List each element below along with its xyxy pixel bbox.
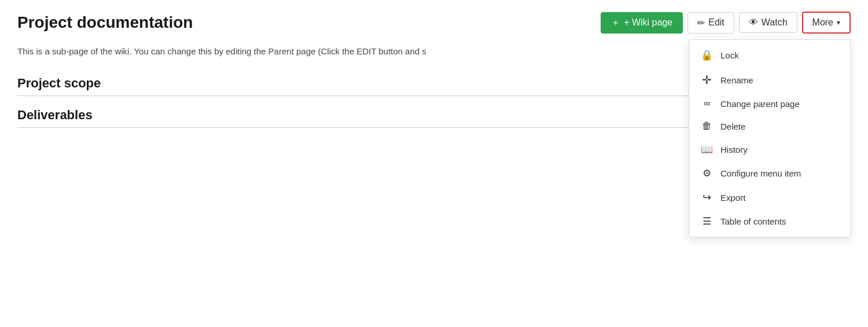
dropdown-item-toc[interactable]: ☰ Table of contents [689, 210, 850, 233]
more-button[interactable]: More ▾ [802, 12, 851, 34]
watch-button[interactable]: 👁 Watch [739, 12, 797, 33]
change-parent-icon: ∞ [701, 98, 712, 109]
plus-icon: ＋ [611, 17, 620, 29]
history-icon: 📖 [701, 144, 712, 156]
eye-icon: 👁 [749, 17, 758, 28]
edit-button[interactable]: ✏ Edit [687, 12, 734, 34]
dropdown-label-configure: Configure menu item [720, 168, 801, 178]
pencil-icon: ✏ [697, 17, 705, 28]
toolbar: ＋ + Wiki page ✏ Edit 👁 Watch More ▾ [601, 12, 851, 34]
wiki-page-button[interactable]: ＋ + Wiki page [601, 12, 683, 34]
page-container: Project documentation ＋ + Wiki page ✏ Ed… [0, 0, 868, 151]
header-row: Project documentation ＋ + Wiki page ✏ Ed… [17, 12, 851, 34]
more-label: More [812, 17, 833, 28]
export-icon: ↪ [701, 191, 712, 204]
dropdown-item-history[interactable]: 📖 History [689, 138, 850, 161]
dropdown-label-history: History [720, 145, 748, 155]
rename-icon: ✛ [701, 73, 712, 87]
more-dropdown-menu: 🔒 Lock ✛ Rename ∞ Change parent page 🗑 D… [689, 39, 851, 237]
dropdown-item-change-parent[interactable]: ∞ Change parent page [689, 93, 850, 115]
dropdown-item-lock[interactable]: 🔒 Lock [689, 43, 850, 67]
dropdown-label-change-parent: Change parent page [720, 99, 800, 109]
dropdown-label-export: Export [720, 193, 745, 203]
dropdown-item-delete[interactable]: 🗑 Delete [689, 115, 850, 138]
dropdown-label-rename: Rename [720, 75, 753, 85]
lock-icon: 🔒 [701, 49, 712, 61]
page-title: Project documentation [17, 13, 193, 32]
chevron-down-icon: ▾ [837, 19, 840, 27]
dropdown-item-export[interactable]: ↪ Export [689, 185, 850, 210]
dropdown-label-lock: Lock [720, 50, 739, 60]
watch-label: Watch [762, 17, 788, 28]
delete-icon: 🗑 [701, 120, 712, 132]
dropdown-label-toc: Table of contents [720, 216, 786, 226]
edit-label: Edit [708, 17, 724, 28]
dropdown-item-rename[interactable]: ✛ Rename [689, 67, 850, 93]
dropdown-item-configure[interactable]: ⚙ Configure menu item [689, 161, 850, 185]
configure-icon: ⚙ [701, 167, 712, 179]
wiki-page-label: + Wiki page [624, 17, 672, 28]
toc-icon: ☰ [701, 215, 712, 227]
dropdown-label-delete: Delete [720, 122, 745, 131]
